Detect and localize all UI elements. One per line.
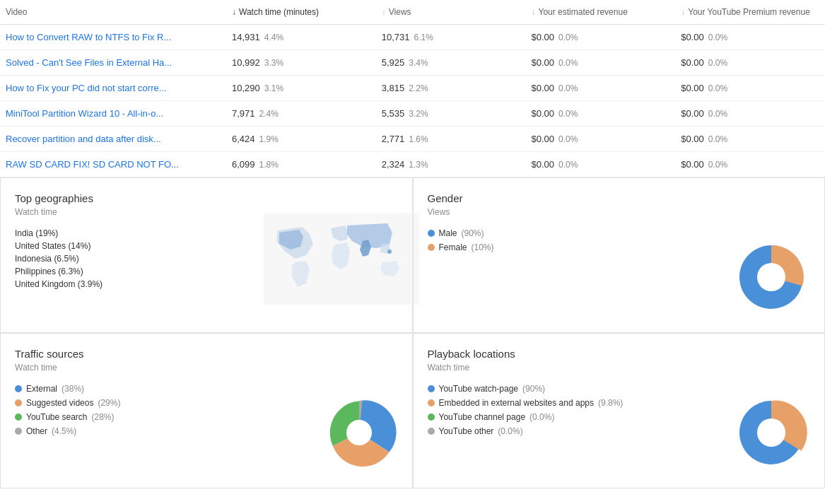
header-estimated-revenue[interactable]: ↓ Your estimated revenue (526, 7, 676, 17)
views-value: 10,731 (382, 32, 410, 42)
legend-dot (428, 230, 435, 237)
legend-dot (428, 414, 435, 421)
legend-label: Embedded in external websites and apps (439, 398, 594, 408)
watch-time-value: 10,992 (232, 57, 260, 68)
traffic-title: Traffic sources (15, 348, 398, 360)
revenue-value: $0.00 (532, 83, 555, 93)
revenue-pct: 0.0% (558, 109, 578, 119)
traffic-chart (320, 394, 398, 474)
premium-value: $0.00 (681, 108, 704, 119)
revenue-pct: 0.0% (558, 83, 578, 93)
views-pct: 2.2% (409, 83, 428, 93)
views-cell: 10,731 6.1% (376, 32, 526, 42)
revenue-value: $0.00 (532, 108, 555, 119)
revenue-cell: $0.00 0.0% (526, 57, 676, 68)
top-geo-title: Top geographies (15, 192, 398, 204)
views-value: 5,535 (382, 108, 405, 119)
watch-time-value: 10,290 (232, 83, 260, 93)
premium-value: $0.00 (681, 32, 704, 42)
traffic-sources-panel: Traffic sources Watch time External (38%… (0, 333, 413, 488)
legend-dot (15, 399, 22, 406)
revenue-pct: 0.0% (558, 58, 578, 68)
premium-pct: 0.0% (708, 33, 727, 42)
gender-title: Gender (428, 192, 811, 204)
legend-label: YouTube search (26, 412, 88, 422)
video-link[interactable]: How to Convert RAW to NTFS to Fix R... (6, 32, 171, 42)
revenue-pct: 0.0% (558, 160, 578, 170)
revenue-cell: $0.00 0.0% (526, 134, 676, 144)
video-cell: How to Convert RAW to NTFS to Fix R... (0, 32, 226, 42)
watch-time-pct: 3.3% (264, 58, 283, 68)
premium-cell: $0.00 0.0% (675, 32, 825, 42)
premium-value: $0.00 (681, 57, 704, 68)
watch-time-pct: 4.4% (264, 33, 283, 42)
video-link[interactable]: Recover partition and data after disk... (6, 134, 161, 144)
legend-item: External (38%) (15, 384, 398, 394)
revenue-cell: $0.00 0.0% (526, 83, 676, 93)
table-row: Solved - Can't See Files in External Ha.… (0, 50, 825, 76)
video-cell: MiniTool Partition Wizard 10 - All-in-o.… (0, 108, 226, 119)
table-row: Recover partition and data after disk...… (0, 127, 825, 152)
legend-percent: (38%) (62, 384, 84, 394)
header-watch-time[interactable]: ↓ Watch time (minutes) (226, 7, 376, 17)
legend-dot (15, 385, 22, 392)
playback-chart (732, 394, 810, 474)
playback-title: Playback locations (428, 348, 811, 360)
sort-icon-views: ↓ (382, 7, 386, 17)
legend-percent: (4.5%) (52, 426, 76, 436)
header-video: Video (0, 7, 226, 17)
legend-item: YouTube watch-page (90%) (428, 384, 811, 394)
table-row: RAW SD CARD FIX! SD CARD NOT FO... 6,099… (0, 152, 825, 177)
views-pct: 1.3% (409, 160, 428, 170)
legend-percent: (90%) (462, 228, 484, 238)
views-value: 2,771 (382, 134, 405, 144)
svg-point-1 (387, 250, 392, 254)
watch-time-value: 6,099 (232, 159, 255, 170)
premium-cell: $0.00 0.0% (675, 159, 825, 170)
views-cell: 2,771 1.6% (376, 134, 526, 144)
revenue-pct: 0.0% (558, 33, 578, 42)
header-views[interactable]: ↓ Views (376, 7, 526, 17)
watch-time-value: 6,424 (232, 134, 255, 144)
video-link[interactable]: RAW SD CARD FIX! SD CARD NOT FO... (6, 159, 179, 170)
revenue-value: $0.00 (532, 57, 555, 68)
analytics-table: Video ↓ Watch time (minutes) ↓ Views ↓ Y… (0, 0, 825, 177)
watch-time-cell: 10,290 3.1% (226, 83, 376, 93)
legend-label: Suggested videos (26, 398, 93, 408)
legend-dot (428, 399, 435, 406)
revenue-value: $0.00 (532, 159, 555, 170)
header-premium-revenue[interactable]: ↓ Your YouTube Premium revenue (675, 7, 825, 17)
video-cell: RAW SD CARD FIX! SD CARD NOT FO... (0, 159, 226, 170)
views-cell: 2,324 1.3% (376, 159, 526, 170)
video-link[interactable]: Solved - Can't See Files in External Ha.… (6, 57, 172, 68)
legend-label: Other (26, 426, 47, 436)
video-link[interactable]: How to Fix your PC did not start corre..… (6, 83, 167, 93)
watch-time-cell: 10,992 3.3% (226, 57, 376, 68)
legend-label: External (26, 384, 57, 394)
legend-dot (428, 244, 435, 251)
views-value: 5,925 (382, 57, 405, 68)
video-cell: Recover partition and data after disk... (0, 134, 226, 144)
watch-time-pct: 3.1% (264, 83, 283, 93)
table-row: MiniTool Partition Wizard 10 - All-in-o.… (0, 101, 825, 127)
revenue-cell: $0.00 0.0% (526, 159, 676, 170)
watch-time-value: 7,971 (232, 108, 255, 119)
watch-time-cell: 6,099 1.8% (226, 159, 376, 170)
legend-percent: (90%) (522, 384, 545, 394)
svg-point-3 (757, 263, 785, 291)
playback-subtitle: Watch time (428, 363, 811, 373)
views-cell: 5,535 3.2% (376, 108, 526, 119)
views-pct: 3.4% (409, 58, 428, 68)
revenue-cell: $0.00 0.0% (526, 32, 676, 42)
revenue-pct: 0.0% (558, 134, 578, 144)
table-header: Video ↓ Watch time (minutes) ↓ Views ↓ Y… (0, 0, 825, 25)
premium-cell: $0.00 0.0% (675, 134, 825, 144)
premium-pct: 0.0% (708, 109, 727, 119)
legend-item: Male (90%) (428, 228, 811, 238)
video-cell: Solved - Can't See Files in External Ha.… (0, 57, 226, 68)
legend-label: YouTube channel page (439, 412, 526, 422)
premium-pct: 0.0% (708, 58, 727, 68)
watch-time-cell: 14,931 4.4% (226, 32, 376, 42)
premium-pct: 0.0% (708, 134, 727, 144)
video-link[interactable]: MiniTool Partition Wizard 10 - All-in-o.… (6, 108, 163, 119)
